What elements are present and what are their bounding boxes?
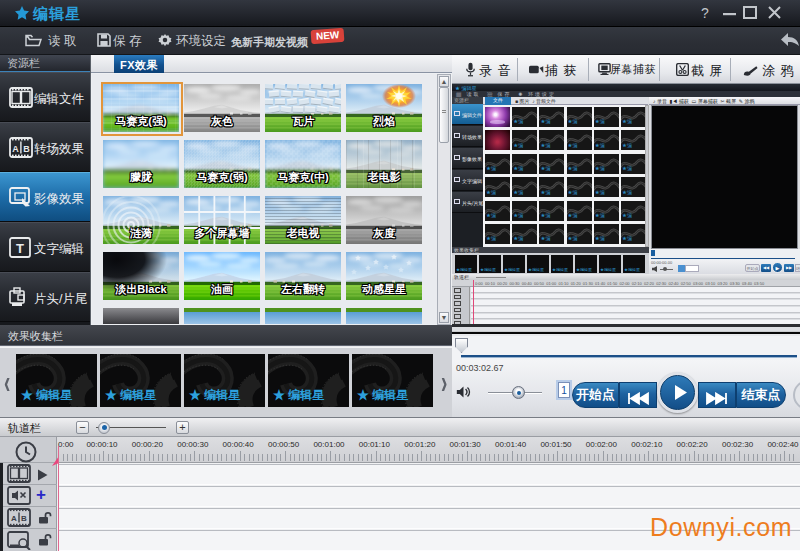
- svg-text:B: B: [23, 144, 30, 154]
- svg-text:B: B: [21, 514, 27, 523]
- svg-text:A: A: [12, 144, 19, 154]
- svg-text:A: A: [11, 514, 17, 523]
- svg-text:T: T: [16, 241, 24, 256]
